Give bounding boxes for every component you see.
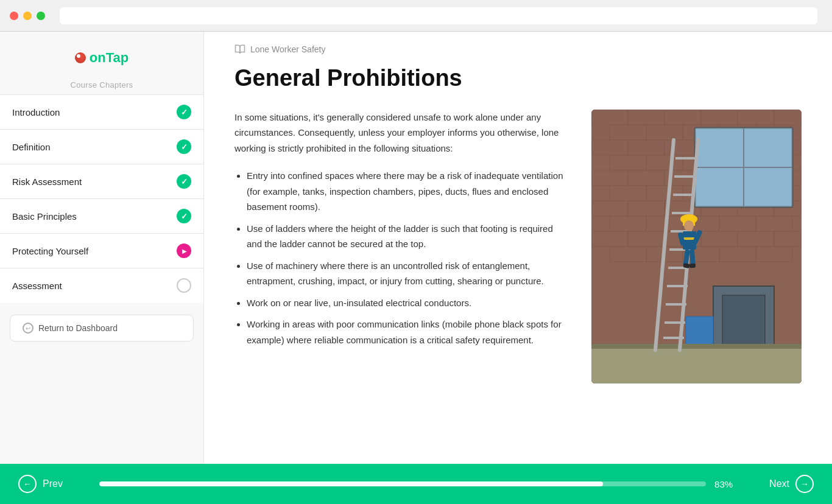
chapter-label-introduction: Introduction — [12, 107, 60, 117]
image-placeholder — [591, 110, 802, 383]
prev-label: Prev — [43, 478, 63, 489]
list-item-0: Entry into confined spaces where there m… — [247, 168, 567, 215]
list-item-1: Use of ladders where the height of the l… — [247, 221, 567, 252]
return-button-label: Return to Dashboard — [38, 323, 118, 333]
content-list: Entry into confined spaces where there m… — [234, 168, 567, 348]
return-icon: ↩ — [23, 323, 33, 334]
list-item-3: Work on or near live, un-insulated elect… — [247, 295, 567, 311]
chapter-label-definition: Definition — [12, 142, 51, 152]
app-container: onTap Course Chapters IntroductionDefini… — [0, 32, 832, 464]
prev-icon: ← — [18, 475, 37, 493]
content-layout: In some situations, it's generally consi… — [234, 110, 802, 383]
traffic-lights — [10, 12, 45, 20]
logo-text: onTap — [90, 50, 129, 66]
prev-button[interactable]: ← Prev — [18, 475, 63, 493]
sidebar-item-assessment[interactable]: Assessment — [0, 268, 203, 303]
logo-icon — [75, 52, 86, 63]
logo-on: on — [90, 50, 106, 65]
maximize-button[interactable] — [37, 12, 45, 20]
sidebar-item-basic-principles[interactable]: Basic Principles — [0, 198, 203, 233]
main-content: Lone Worker Safety General Prohibitions … — [204, 32, 832, 464]
svg-rect-59 — [695, 128, 792, 207]
chapter-status-icon-basic-principles — [177, 209, 191, 223]
sidebar-item-risk-assessment[interactable]: Risk Assessment — [0, 164, 203, 198]
list-item-4: Working in areas with poor communication… — [247, 317, 567, 348]
next-icon: → — [795, 475, 814, 493]
sidebar-item-protecting-yourself[interactable]: Protecting Yourself — [0, 233, 203, 268]
chapters-label: Course Chapters — [0, 80, 203, 89]
chapter-status-icon-introduction — [177, 105, 191, 119]
bottom-navigation-bar: ← Prev 83% Next → — [0, 464, 832, 504]
chapter-label-basic-principles: Basic Principles — [12, 211, 77, 222]
page-title: General Prohibitions — [234, 65, 802, 93]
breadcrumb-course-name: Lone Worker Safety — [250, 44, 325, 54]
progress-area: 83% — [63, 479, 769, 489]
course-image — [591, 110, 802, 383]
svg-rect-63 — [591, 347, 802, 383]
svg-rect-88 — [689, 263, 696, 268]
address-bar[interactable] — [60, 7, 817, 24]
logo-tap: Tap — [106, 50, 129, 65]
svg-rect-87 — [683, 263, 690, 268]
chapters-list: IntroductionDefinitionRisk AssessmentBas… — [0, 94, 203, 303]
chapter-status-icon-risk-assessment — [177, 174, 191, 189]
book-icon — [234, 44, 245, 55]
chapter-label-risk-assessment: Risk Assessment — [12, 177, 82, 187]
minimize-button[interactable] — [23, 12, 32, 20]
svg-rect-64 — [591, 344, 802, 349]
intro-paragraph: In some situations, it's generally consi… — [234, 110, 567, 156]
chapter-status-icon-assessment — [177, 278, 191, 293]
sidebar-item-definition[interactable]: Definition — [0, 129, 203, 164]
sidebar-item-introduction[interactable]: Introduction — [0, 94, 203, 129]
window-chrome — [0, 0, 832, 32]
logo-area: onTap — [0, 44, 203, 80]
progress-label: 83% — [714, 479, 733, 489]
chapter-label-protecting-yourself: Protecting Yourself — [12, 246, 88, 256]
close-button[interactable] — [10, 12, 18, 20]
next-label: Next — [769, 478, 789, 489]
return-to-dashboard-button[interactable]: ↩ Return to Dashboard — [10, 315, 194, 341]
content-text-area: In some situations, it's generally consi… — [234, 110, 567, 354]
sidebar: onTap Course Chapters IntroductionDefini… — [0, 32, 204, 464]
progress-bar-fill — [99, 481, 603, 486]
list-item-2: Use of machinery where there is an uncon… — [247, 258, 567, 289]
svg-point-80 — [684, 220, 694, 231]
next-button[interactable]: Next → — [769, 475, 814, 493]
chapter-status-icon-definition — [177, 139, 191, 154]
chapter-status-icon-protecting-yourself — [177, 243, 191, 258]
progress-bar-background — [99, 481, 706, 486]
breadcrumb: Lone Worker Safety — [234, 32, 802, 65]
chapter-label-assessment: Assessment — [12, 281, 62, 291]
